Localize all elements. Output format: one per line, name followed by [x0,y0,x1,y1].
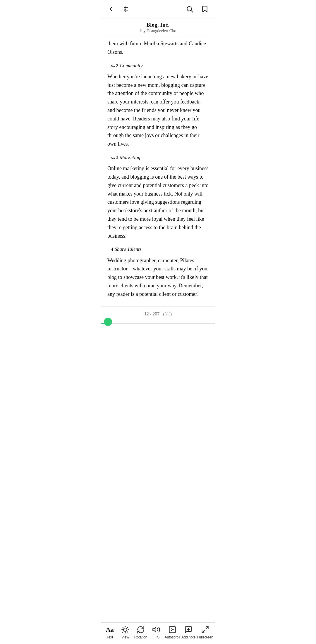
search-button[interactable] [185,4,195,14]
toolbar-item-autoscroll[interactable]: Autoscroll [165,626,180,639]
top-bar-left [106,4,130,14]
content-area: them with future Martha Stewarts and Can… [101,36,215,306]
bookmark-button[interactable] [200,4,210,14]
section-title-3: Marketing [120,153,140,161]
section-number-3: 3 [116,153,118,161]
toolbar-label-view: View [121,635,129,639]
toolbar-item-rotation[interactable]: Rotation [134,626,148,639]
top-bar-right [185,4,210,14]
progress-track [101,323,215,324]
intro-text: them with future Martha Stewarts and Can… [107,39,209,56]
page-current: 12 [144,311,149,316]
page-percent: (5%) [163,312,172,316]
toolbar-label-autoscroll: Autoscroll [165,635,180,639]
toolbar-item-add-note[interactable]: Add note [181,626,195,639]
reading-content: them with future Martha Stewarts and Can… [101,36,215,364]
book-title: Blog, Inc. [107,22,209,28]
toolbar-item-text[interactable]: Aa Text [103,626,117,639]
page-separator: / [150,311,152,316]
section-title-2: Community [120,62,142,70]
bottom-toolbar: Aa Text View [101,622,215,644]
page-total: 207 [152,311,159,316]
svg-line-21 [123,632,123,632]
book-author: Joy Deangdeelert Cho [107,29,209,33]
text-icon: Aa [106,626,114,634]
book-header: Blog, Inc. Joy Deangdeelert Cho [101,18,215,36]
section-body-2: Whether you're launching a new bakery or… [107,72,209,148]
top-bar [101,0,215,18]
svg-line-13 [191,11,193,12]
section-heading-4: 4 Share Talents [111,245,209,253]
toolbar-label-rotation: Rotation [134,635,147,639]
svg-line-19 [123,627,123,628]
toolbar-label-add-note: Add note [181,635,195,639]
svg-point-6 [124,7,125,8]
section-superscript-3: No [111,156,115,161]
section-heading-2: No 2 Community [111,62,209,70]
svg-point-10 [124,11,125,11]
progress-bar-row [101,321,215,326]
toolbar-item-tts[interactable]: TTS [149,626,163,639]
section-body-3: Online marketing is essential for every … [107,164,209,240]
autoscroll-icon [168,626,176,634]
progress-container: 12 / 207 (5%) [101,306,215,326]
menu-button[interactable] [121,4,130,14]
svg-line-22 [128,627,128,628]
add-note-icon [184,626,193,634]
section-title-4: Share Talents [115,245,142,253]
toolbar-label-text: Text [107,635,113,639]
rotation-icon [137,626,145,634]
section-body-4: Wedding photographer, carpenter, Pilates… [107,256,209,298]
fullscreen-icon [201,626,209,634]
svg-line-20 [128,632,128,632]
svg-line-28 [206,627,208,629]
svg-point-8 [124,9,125,10]
section-superscript-2: No [111,64,115,69]
page-info-wrap: 12 / 207 (5%) [101,306,215,321]
back-button[interactable] [106,4,116,14]
section-number-4: 4 [111,245,114,253]
svg-marker-23 [153,627,156,632]
svg-line-29 [202,630,204,633]
view-icon [121,626,129,634]
section-heading-3: No 3 Marketing [111,153,209,161]
toolbar-label-tts: TTS [153,635,160,639]
toolbar-item-fullscreen[interactable]: Fullscreen [197,626,213,639]
progress-dot[interactable] [104,318,112,326]
toolbar-item-view[interactable]: View [118,626,132,639]
toolbar-label-fullscreen: Fullscreen [197,635,213,639]
tts-icon [152,626,160,634]
svg-point-14 [123,628,127,631]
section-number-2: 2 [116,62,118,70]
